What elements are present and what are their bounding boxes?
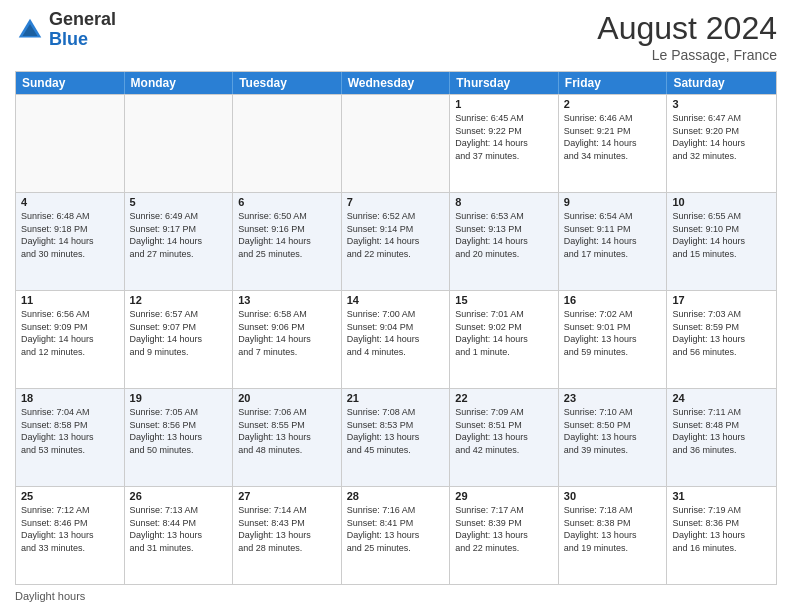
calendar-cell-day-22: 22Sunrise: 7:09 AM Sunset: 8:51 PM Dayli…	[450, 389, 559, 486]
day-number: 24	[672, 392, 771, 404]
day-info: Sunrise: 7:05 AM Sunset: 8:56 PM Dayligh…	[130, 406, 228, 456]
day-number: 17	[672, 294, 771, 306]
day-info: Sunrise: 7:10 AM Sunset: 8:50 PM Dayligh…	[564, 406, 662, 456]
day-info: Sunrise: 7:02 AM Sunset: 9:01 PM Dayligh…	[564, 308, 662, 358]
calendar-cell-day-18: 18Sunrise: 7:04 AM Sunset: 8:58 PM Dayli…	[16, 389, 125, 486]
day-number: 4	[21, 196, 119, 208]
day-number: 21	[347, 392, 445, 404]
day-info: Sunrise: 6:57 AM Sunset: 9:07 PM Dayligh…	[130, 308, 228, 358]
calendar-header-friday: Friday	[559, 72, 668, 94]
calendar-row-1: 4Sunrise: 6:48 AM Sunset: 9:18 PM Daylig…	[16, 192, 776, 290]
day-number: 14	[347, 294, 445, 306]
footer-label: Daylight hours	[15, 590, 85, 602]
page: General Blue August 2024 Le Passage, Fra…	[0, 0, 792, 612]
day-info: Sunrise: 7:13 AM Sunset: 8:44 PM Dayligh…	[130, 504, 228, 554]
day-number: 19	[130, 392, 228, 404]
day-info: Sunrise: 6:46 AM Sunset: 9:21 PM Dayligh…	[564, 112, 662, 162]
day-info: Sunrise: 7:19 AM Sunset: 8:36 PM Dayligh…	[672, 504, 771, 554]
calendar: SundayMondayTuesdayWednesdayThursdayFrid…	[15, 71, 777, 585]
day-number: 3	[672, 98, 771, 110]
calendar-cell-empty-0-1	[125, 95, 234, 192]
header: General Blue August 2024 Le Passage, Fra…	[15, 10, 777, 63]
day-info: Sunrise: 7:09 AM Sunset: 8:51 PM Dayligh…	[455, 406, 553, 456]
calendar-cell-day-25: 25Sunrise: 7:12 AM Sunset: 8:46 PM Dayli…	[16, 487, 125, 584]
day-number: 26	[130, 490, 228, 502]
day-info: Sunrise: 6:52 AM Sunset: 9:14 PM Dayligh…	[347, 210, 445, 260]
day-number: 22	[455, 392, 553, 404]
calendar-cell-day-26: 26Sunrise: 7:13 AM Sunset: 8:44 PM Dayli…	[125, 487, 234, 584]
day-number: 20	[238, 392, 336, 404]
day-info: Sunrise: 7:03 AM Sunset: 8:59 PM Dayligh…	[672, 308, 771, 358]
day-info: Sunrise: 7:14 AM Sunset: 8:43 PM Dayligh…	[238, 504, 336, 554]
calendar-header-thursday: Thursday	[450, 72, 559, 94]
calendar-cell-day-3: 3Sunrise: 6:47 AM Sunset: 9:20 PM Daylig…	[667, 95, 776, 192]
day-info: Sunrise: 7:00 AM Sunset: 9:04 PM Dayligh…	[347, 308, 445, 358]
day-number: 13	[238, 294, 336, 306]
day-number: 8	[455, 196, 553, 208]
day-info: Sunrise: 7:16 AM Sunset: 8:41 PM Dayligh…	[347, 504, 445, 554]
calendar-header-tuesday: Tuesday	[233, 72, 342, 94]
calendar-cell-day-24: 24Sunrise: 7:11 AM Sunset: 8:48 PM Dayli…	[667, 389, 776, 486]
day-info: Sunrise: 7:06 AM Sunset: 8:55 PM Dayligh…	[238, 406, 336, 456]
calendar-header-wednesday: Wednesday	[342, 72, 451, 94]
calendar-row-0: 1Sunrise: 6:45 AM Sunset: 9:22 PM Daylig…	[16, 94, 776, 192]
logo: General Blue	[15, 10, 116, 50]
calendar-cell-day-2: 2Sunrise: 6:46 AM Sunset: 9:21 PM Daylig…	[559, 95, 668, 192]
calendar-header-saturday: Saturday	[667, 72, 776, 94]
calendar-cell-day-4: 4Sunrise: 6:48 AM Sunset: 9:18 PM Daylig…	[16, 193, 125, 290]
calendar-cell-day-10: 10Sunrise: 6:55 AM Sunset: 9:10 PM Dayli…	[667, 193, 776, 290]
calendar-cell-day-30: 30Sunrise: 7:18 AM Sunset: 8:38 PM Dayli…	[559, 487, 668, 584]
day-number: 27	[238, 490, 336, 502]
day-number: 12	[130, 294, 228, 306]
calendar-body: 1Sunrise: 6:45 AM Sunset: 9:22 PM Daylig…	[16, 94, 776, 584]
day-number: 30	[564, 490, 662, 502]
title-block: August 2024 Le Passage, France	[597, 10, 777, 63]
calendar-cell-day-13: 13Sunrise: 6:58 AM Sunset: 9:06 PM Dayli…	[233, 291, 342, 388]
calendar-cell-day-6: 6Sunrise: 6:50 AM Sunset: 9:16 PM Daylig…	[233, 193, 342, 290]
calendar-row-4: 25Sunrise: 7:12 AM Sunset: 8:46 PM Dayli…	[16, 486, 776, 584]
calendar-header-row: SundayMondayTuesdayWednesdayThursdayFrid…	[16, 72, 776, 94]
calendar-cell-day-16: 16Sunrise: 7:02 AM Sunset: 9:01 PM Dayli…	[559, 291, 668, 388]
day-number: 6	[238, 196, 336, 208]
day-info: Sunrise: 7:08 AM Sunset: 8:53 PM Dayligh…	[347, 406, 445, 456]
day-info: Sunrise: 7:18 AM Sunset: 8:38 PM Dayligh…	[564, 504, 662, 554]
month-year: August 2024	[597, 10, 777, 47]
logo-icon	[15, 15, 45, 45]
calendar-cell-day-27: 27Sunrise: 7:14 AM Sunset: 8:43 PM Dayli…	[233, 487, 342, 584]
calendar-cell-day-19: 19Sunrise: 7:05 AM Sunset: 8:56 PM Dayli…	[125, 389, 234, 486]
footer: Daylight hours	[15, 590, 777, 602]
calendar-row-2: 11Sunrise: 6:56 AM Sunset: 9:09 PM Dayli…	[16, 290, 776, 388]
logo-text: General Blue	[49, 10, 116, 50]
day-number: 10	[672, 196, 771, 208]
calendar-cell-day-21: 21Sunrise: 7:08 AM Sunset: 8:53 PM Dayli…	[342, 389, 451, 486]
day-number: 11	[21, 294, 119, 306]
logo-general: General	[49, 9, 116, 29]
calendar-row-3: 18Sunrise: 7:04 AM Sunset: 8:58 PM Dayli…	[16, 388, 776, 486]
calendar-cell-day-14: 14Sunrise: 7:00 AM Sunset: 9:04 PM Dayli…	[342, 291, 451, 388]
day-number: 5	[130, 196, 228, 208]
day-number: 9	[564, 196, 662, 208]
calendar-cell-day-29: 29Sunrise: 7:17 AM Sunset: 8:39 PM Dayli…	[450, 487, 559, 584]
day-number: 31	[672, 490, 771, 502]
day-number: 2	[564, 98, 662, 110]
calendar-cell-day-9: 9Sunrise: 6:54 AM Sunset: 9:11 PM Daylig…	[559, 193, 668, 290]
day-number: 16	[564, 294, 662, 306]
day-info: Sunrise: 7:11 AM Sunset: 8:48 PM Dayligh…	[672, 406, 771, 456]
calendar-cell-empty-0-0	[16, 95, 125, 192]
calendar-cell-empty-0-2	[233, 95, 342, 192]
calendar-cell-day-12: 12Sunrise: 6:57 AM Sunset: 9:07 PM Dayli…	[125, 291, 234, 388]
calendar-cell-empty-0-3	[342, 95, 451, 192]
calendar-header-sunday: Sunday	[16, 72, 125, 94]
day-info: Sunrise: 6:58 AM Sunset: 9:06 PM Dayligh…	[238, 308, 336, 358]
calendar-cell-day-7: 7Sunrise: 6:52 AM Sunset: 9:14 PM Daylig…	[342, 193, 451, 290]
calendar-cell-day-11: 11Sunrise: 6:56 AM Sunset: 9:09 PM Dayli…	[16, 291, 125, 388]
day-info: Sunrise: 6:56 AM Sunset: 9:09 PM Dayligh…	[21, 308, 119, 358]
day-info: Sunrise: 6:45 AM Sunset: 9:22 PM Dayligh…	[455, 112, 553, 162]
calendar-cell-day-5: 5Sunrise: 6:49 AM Sunset: 9:17 PM Daylig…	[125, 193, 234, 290]
calendar-cell-day-1: 1Sunrise: 6:45 AM Sunset: 9:22 PM Daylig…	[450, 95, 559, 192]
day-info: Sunrise: 6:48 AM Sunset: 9:18 PM Dayligh…	[21, 210, 119, 260]
day-info: Sunrise: 6:53 AM Sunset: 9:13 PM Dayligh…	[455, 210, 553, 260]
day-info: Sunrise: 7:01 AM Sunset: 9:02 PM Dayligh…	[455, 308, 553, 358]
day-number: 29	[455, 490, 553, 502]
day-info: Sunrise: 6:54 AM Sunset: 9:11 PM Dayligh…	[564, 210, 662, 260]
